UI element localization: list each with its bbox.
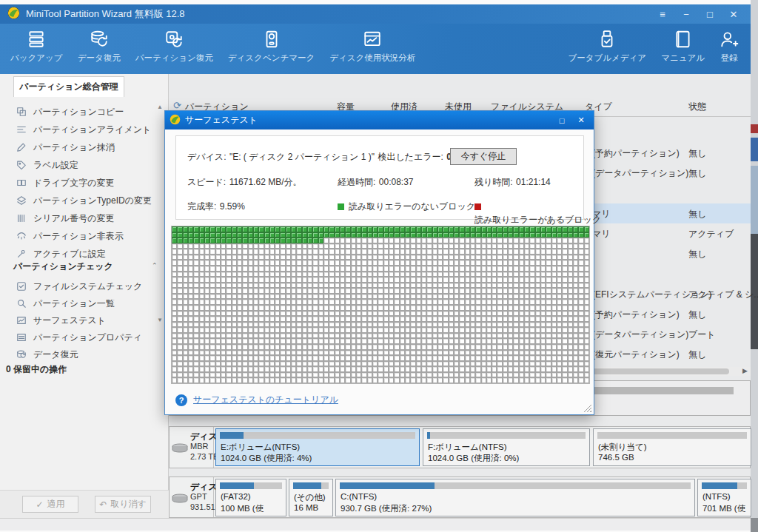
close-icon[interactable]: ✕ [724,7,743,21]
untested-block [497,377,502,383]
toolbar-disk-usage[interactable]: ディスク使用状況分析 [322,24,423,64]
partition-block[interactable]: F:ボリューム(NTFS) 1024.0 GB (使用済: 0%) [423,428,590,466]
sidebar-item-partition-copy[interactable]: パーティションコピー [16,104,124,120]
partition-detail: 701 MB (使 [702,503,745,514]
untested-block [449,338,454,344]
dialog-maximize-icon[interactable]: □ [554,114,570,127]
undo-button[interactable]: ↶ 取り消す [95,496,151,513]
untested-block [291,288,296,294]
untested-block [318,333,323,339]
untested-block [524,305,529,311]
untested-block [513,255,518,260]
untested-block [486,333,492,339]
untested-block [361,355,366,361]
sidebar-item-partition-alignment[interactable]: パーティションアライメント [16,121,151,138]
untested-block [470,327,475,333]
column-header[interactable]: 状態 [688,101,706,113]
sidebar-item-partition-properties[interactable]: パーティションプロパティ [16,329,142,346]
untested-block [503,355,508,361]
untested-block [286,361,291,367]
untested-block [432,305,437,311]
minimize-icon[interactable]: − [677,7,696,21]
disk-info[interactable]: ディスク 3 GPT 931.51 GB [170,477,214,517]
untested-block [497,255,502,260]
sidebar-item-partition-wipe[interactable]: パーティション抹消 [16,139,115,155]
untested-block [367,305,372,311]
untested-block [529,272,534,277]
untested-block [204,266,209,272]
dialog-resize-grip[interactable] [584,405,591,412]
tested-block [291,232,296,238]
untested-block [329,260,334,266]
sidebar-item-surface-test[interactable]: サーフェステスト [16,312,106,329]
sidebar-scroll-down-icon[interactable]: ▼ [157,317,163,323]
untested-block [426,299,432,305]
partition-block[interactable]: C:(NTFS) 930.7 GB (使用済: 27%) [335,479,695,516]
help-icon[interactable]: ? [175,394,187,406]
toolbar-data-recovery[interactable]: データ復元 [70,24,128,64]
untested-block [188,305,193,311]
collapse-chevron-icon[interactable]: ⌃ [152,262,158,269]
tab-partition-management[interactable]: パーティション総合管理 [13,76,124,97]
untested-block [232,350,237,356]
untested-block [209,243,215,249]
untested-block [551,350,557,356]
tutorial-link[interactable]: サーフェステストのチュートリアル [193,394,338,406]
maximize-icon[interactable]: □ [700,7,720,21]
partition-block[interactable]: (その他) 16 MB [289,479,333,516]
untested-block [275,266,280,272]
untested-block [454,316,459,322]
toolbar-backup[interactable]: バックアップ [3,24,70,64]
sidebar-scroll-up-icon[interactable]: ▲ [157,104,163,110]
sidebar-item-change-type-id[interactable]: パーティションTypeIDの変更 [16,192,152,209]
sidebar-item-label-setting[interactable]: ラベル設定 [16,157,78,173]
untested-block [312,361,318,367]
toolbar-partition-recovery[interactable]: パーティション復元 [128,24,221,64]
untested-block [296,344,301,350]
untested-block [540,311,546,317]
toolbar-register[interactable]: 登録 [712,24,746,64]
toolbar-bootable-media[interactable]: ブータブルメディア [560,24,654,64]
apply-button[interactable]: ✓ 適用 [22,496,78,513]
untested-block [492,260,497,266]
partition-block[interactable]: E:ボリューム(NTFS) 1024.0 GB (使用済: 4%) [215,428,420,466]
dialog-close-icon[interactable]: ✕ [573,114,589,127]
untested-block [394,243,399,249]
sidebar-item-partition-list[interactable]: パーティション一覧 [16,295,115,312]
sidebar-item-hide-partition[interactable]: パーティション非表示 [16,228,124,244]
toolbar-label: バックアップ [10,53,63,64]
toolbar-disk-benchmark[interactable]: ディスクベンチマーク [221,24,322,64]
sidebar-item-change-drive-letter[interactable]: ドライブ文字の変更 [16,175,114,191]
disk-info[interactable]: ディスク 2 MBR 2.73 TB [170,427,214,468]
untested-block [421,299,426,305]
untested-block [416,344,421,350]
untested-block [367,316,372,322]
sidebar-item-set-active[interactable]: アクティブに設定 [16,246,106,262]
stop-button[interactable]: 今すぐ停止 [450,148,517,165]
untested-block [437,355,443,361]
refresh-icon[interactable]: ⟳ [173,100,181,111]
partition-block[interactable]: (NTFS) 701 MB (使 [697,479,751,516]
untested-block [524,299,529,305]
sidebar-item-change-serial[interactable]: シリアル番号の変更 [16,210,114,226]
sidebar-item-data-recovery-side[interactable]: データ復元 [16,346,78,363]
toolbar-manual[interactable]: マニュアル [654,24,712,64]
untested-block [172,350,177,356]
untested-block [410,361,415,367]
sidebar-item-filesystem-check[interactable]: ファイルシステムチェック [16,278,142,294]
tested-block [443,232,448,238]
untested-block [372,316,378,322]
untested-block [503,350,508,356]
menu-icon[interactable]: ≡ [653,7,672,21]
partition-block[interactable]: (未割り当て) 746.5 GB [593,428,751,466]
scroll-right-icon[interactable]: ▶ [742,367,748,374]
untested-block [226,305,231,311]
sidebar-group-partition-check[interactable]: パーティションチェック [13,260,113,273]
untested-block [540,294,546,300]
dialog-titlebar[interactable]: サーフェステスト □ ✕ [165,111,594,129]
untested-block [535,299,540,305]
partition-block[interactable]: (FAT32) 100 MB (使 [215,479,286,516]
tested-block [221,238,226,243]
untested-block [492,327,497,333]
untested-block [177,288,182,294]
